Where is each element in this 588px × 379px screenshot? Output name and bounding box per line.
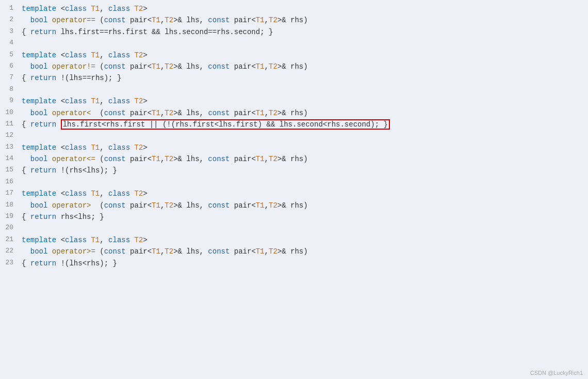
table-row: 15 { return !(rhs<lhs); }	[0, 165, 588, 176]
line-number: 22	[0, 246, 19, 257]
table-row: 13 template <class T1, class T2>	[0, 142, 588, 153]
line-number: 20	[0, 223, 19, 234]
code-content: { return rhs<lhs; }	[19, 211, 588, 223]
table-row: 18 bool operator> (const pair<T1,T2>& lh…	[0, 200, 588, 211]
code-content: bool operator== (const pair<T1,T2>& lhs,…	[19, 14, 588, 26]
code-lines: 1 template <class T1, class T2> 2 bool o…	[0, 3, 588, 269]
line-number: 7	[0, 72, 19, 84]
code-content: template <class T1, class T2>	[19, 188, 588, 199]
table-row: 12	[0, 130, 588, 141]
line-number: 21	[0, 234, 19, 246]
table-row: 21 template <class T1, class T2>	[0, 234, 588, 246]
code-content: template <class T1, class T2>	[19, 96, 588, 107]
line-number: 23	[0, 258, 19, 269]
line-number: 6	[0, 61, 19, 72]
table-row: 1 template <class T1, class T2>	[0, 3, 588, 14]
table-row: 14 bool operator<= (const pair<T1,T2>& l…	[0, 153, 588, 165]
line-number: 19	[0, 211, 19, 223]
code-content: template <class T1, class T2>	[19, 3, 588, 14]
table-row: 20	[0, 223, 588, 234]
watermark-text: CSDN @LuckyRich1	[530, 370, 583, 376]
table-row: 8	[0, 84, 588, 96]
table-row: 3 { return lhs.first==rhs.first && lhs.s…	[0, 26, 588, 38]
table-row: 10 bool operator< (const pair<T1,T2>& lh…	[0, 107, 588, 119]
code-content	[19, 223, 588, 234]
line-number: 18	[0, 200, 19, 211]
line-number: 17	[0, 188, 19, 199]
code-content: { return !(lhs==rhs); }	[19, 72, 588, 84]
table-row: 19 { return rhs<lhs; }	[0, 211, 588, 223]
code-content: bool operator> (const pair<T1,T2>& lhs, …	[19, 200, 588, 211]
line-number: 9	[0, 96, 19, 107]
code-content: { return lhs.first<rhs.first || (!(rhs.f…	[19, 119, 588, 130]
line-number: 1	[0, 3, 19, 14]
line-number: 14	[0, 153, 19, 165]
table-row: 22 bool operator>= (const pair<T1,T2>& l…	[0, 246, 588, 257]
line-number: 10	[0, 107, 19, 119]
code-editor: 1 template <class T1, class T2> 2 bool o…	[0, 0, 588, 379]
line-number: 11	[0, 119, 19, 130]
line-number: 13	[0, 142, 19, 153]
table-row: 23 { return !(lhs<rhs); }	[0, 258, 588, 269]
code-content: bool operator< (const pair<T1,T2>& lhs, …	[19, 107, 588, 119]
line-number: 8	[0, 84, 19, 96]
line-number: 16	[0, 177, 19, 188]
code-content: bool operator<= (const pair<T1,T2>& lhs,…	[19, 153, 588, 165]
code-content: template <class T1, class T2>	[19, 50, 588, 61]
code-content: { return !(rhs<lhs); }	[19, 165, 588, 176]
table-row: 4	[0, 38, 588, 49]
code-content: template <class T1, class T2>	[19, 234, 588, 246]
code-content: { return lhs.first==rhs.first && lhs.sec…	[19, 26, 588, 38]
line-number: 4	[0, 38, 19, 49]
table-row: 17 template <class T1, class T2>	[0, 188, 588, 199]
line-number: 3	[0, 26, 19, 38]
line-number: 12	[0, 130, 19, 141]
line-number: 5	[0, 50, 19, 61]
code-content: template <class T1, class T2>	[19, 142, 588, 153]
table-row: 16	[0, 177, 588, 188]
table-row: 2 bool operator== (const pair<T1,T2>& lh…	[0, 14, 588, 26]
code-content: bool operator>= (const pair<T1,T2>& lhs,…	[19, 246, 588, 257]
table-row: 11 { return lhs.first<rhs.first || (!(rh…	[0, 119, 588, 130]
table-row: 7 { return !(lhs==rhs); }	[0, 72, 588, 84]
code-content	[19, 130, 588, 141]
table-row: 9 template <class T1, class T2>	[0, 96, 588, 107]
code-content: bool operator!= (const pair<T1,T2>& lhs,…	[19, 61, 588, 72]
line-number: 2	[0, 14, 19, 26]
code-content	[19, 38, 588, 49]
code-content	[19, 84, 588, 96]
line-number: 15	[0, 165, 19, 176]
code-content: { return !(lhs<rhs); }	[19, 258, 588, 269]
table-row: 5 template <class T1, class T2>	[0, 50, 588, 61]
code-content	[19, 177, 588, 188]
table-row: 6 bool operator!= (const pair<T1,T2>& lh…	[0, 61, 588, 72]
